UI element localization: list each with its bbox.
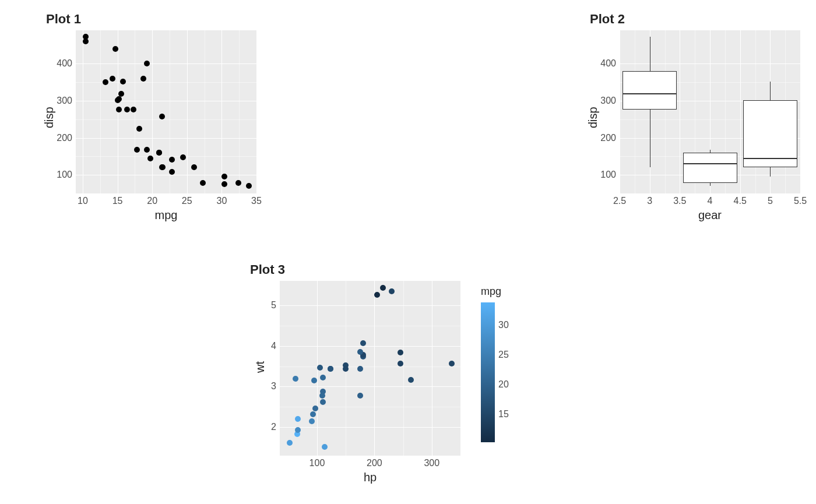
scatter-point <box>246 183 252 189</box>
scatter-point <box>295 416 301 422</box>
plot3-legend-title: mpg <box>481 286 501 298</box>
legend-tick-label: 15 <box>498 409 509 420</box>
x-tick-label: 3.5 <box>673 196 686 206</box>
x-tick-label: 5.5 <box>794 196 807 206</box>
scatter-point <box>116 107 122 112</box>
scatter-point <box>200 180 206 186</box>
x-tick-label: 5 <box>768 196 773 206</box>
x-tick-label: 25 <box>182 196 192 206</box>
scatter-point <box>389 288 395 294</box>
plot1-panel <box>76 30 256 193</box>
scatter-point <box>103 79 108 85</box>
scatter-point <box>136 126 142 132</box>
y-tick-label: 3 <box>253 381 276 392</box>
scatter-point <box>328 366 333 372</box>
scatter-point <box>221 181 227 187</box>
scatter-point <box>191 164 197 170</box>
y-tick-label: 5 <box>253 300 276 311</box>
scatter-point <box>144 147 150 153</box>
scatter-point <box>309 418 315 424</box>
scatter-point <box>159 164 165 170</box>
scatter-point <box>180 154 186 160</box>
scatter-point <box>159 114 165 119</box>
y-tick-label: 100 <box>593 170 616 180</box>
legend-tick-label: 30 <box>498 320 509 330</box>
scatter-point <box>398 350 403 355</box>
scatter-point <box>110 76 115 82</box>
x-tick-label: 10 <box>78 196 88 206</box>
scatter-point <box>310 411 316 417</box>
scatter-point <box>380 285 386 291</box>
plot1: Plot 1 disp 100200300400 101520253035 mp… <box>44 12 265 222</box>
scatter-point <box>221 174 227 179</box>
y-tick-label: 400 <box>593 58 616 69</box>
plot2-ylabel: disp <box>586 107 600 128</box>
y-tick-label: 300 <box>49 96 72 106</box>
x-tick-label: 3 <box>647 196 652 206</box>
plot3: Plot 3 wt 2345 100200300 hp mpg 15202530 <box>248 262 562 484</box>
y-tick-label: 200 <box>49 133 72 143</box>
x-tick-label: 35 <box>251 196 262 206</box>
boxplot-box <box>683 153 737 183</box>
scatter-point <box>398 361 403 366</box>
y-tick-label: 300 <box>593 96 616 106</box>
legend-tick-label: 25 <box>498 350 509 360</box>
scatter-point <box>343 366 349 372</box>
plot3-title: Plot 3 <box>250 262 562 277</box>
plot1-xlabel: mpg <box>76 209 256 222</box>
x-tick-label: 300 <box>424 458 439 468</box>
scatter-point <box>317 365 323 371</box>
y-tick-label: 200 <box>593 133 616 143</box>
scatter-point <box>235 180 241 186</box>
boxplot-box <box>622 71 677 110</box>
scatter-point <box>449 361 455 366</box>
scatter-point <box>124 107 130 112</box>
scatter-point <box>357 393 363 399</box>
x-tick-label: 2.5 <box>613 196 626 206</box>
scatter-point <box>360 340 366 346</box>
plot2-panel <box>620 30 800 193</box>
plot1-title: Plot 1 <box>46 12 265 27</box>
x-tick-label: 20 <box>147 196 157 206</box>
y-tick-label: 100 <box>49 170 72 180</box>
plot3-legend: mpg 15202530 <box>481 286 501 442</box>
scatter-point <box>131 107 136 112</box>
scatter-point <box>311 378 317 383</box>
figure-canvas: Plot 1 disp 100200300400 101520253035 mp… <box>0 0 816 504</box>
scatter-point <box>319 393 325 399</box>
scatter-point <box>322 444 328 450</box>
x-tick-label: 200 <box>367 458 382 468</box>
scatter-point <box>112 46 118 52</box>
plot3-xlabel: hp <box>280 471 460 484</box>
scatter-point <box>374 292 380 298</box>
plot2-title: Plot 2 <box>590 12 809 27</box>
scatter-point <box>140 76 146 82</box>
plot3-panel <box>280 281 460 456</box>
scatter-point <box>134 147 140 153</box>
y-tick-label: 2 <box>253 422 276 432</box>
scatter-point <box>295 427 301 433</box>
scatter-point <box>312 406 318 411</box>
plot1-ylabel: disp <box>43 107 56 128</box>
x-tick-label: 4.5 <box>734 196 747 206</box>
scatter-point <box>357 366 363 372</box>
legend-tick-label: 20 <box>498 379 509 390</box>
y-tick-label: 400 <box>49 58 72 69</box>
scatter-point <box>169 157 175 163</box>
scatter-point <box>408 377 414 383</box>
x-tick-label: 100 <box>309 458 325 468</box>
x-tick-label: 15 <box>112 196 123 206</box>
y-tick-label: 4 <box>253 341 276 351</box>
scatter-point <box>156 150 162 156</box>
scatter-point <box>83 38 89 44</box>
plot2: Plot 2 disp 100200300400 2.533.544.555.5… <box>588 12 809 222</box>
scatter-point <box>287 440 293 446</box>
x-tick-label: 30 <box>216 196 227 206</box>
plot3-ylabel: wt <box>254 361 267 373</box>
scatter-point <box>115 97 121 103</box>
plot3-colorbar <box>481 302 495 442</box>
scatter-point <box>320 399 326 405</box>
scatter-point <box>169 169 175 175</box>
scatter-point <box>144 61 150 66</box>
x-tick-label: 4 <box>708 196 713 206</box>
